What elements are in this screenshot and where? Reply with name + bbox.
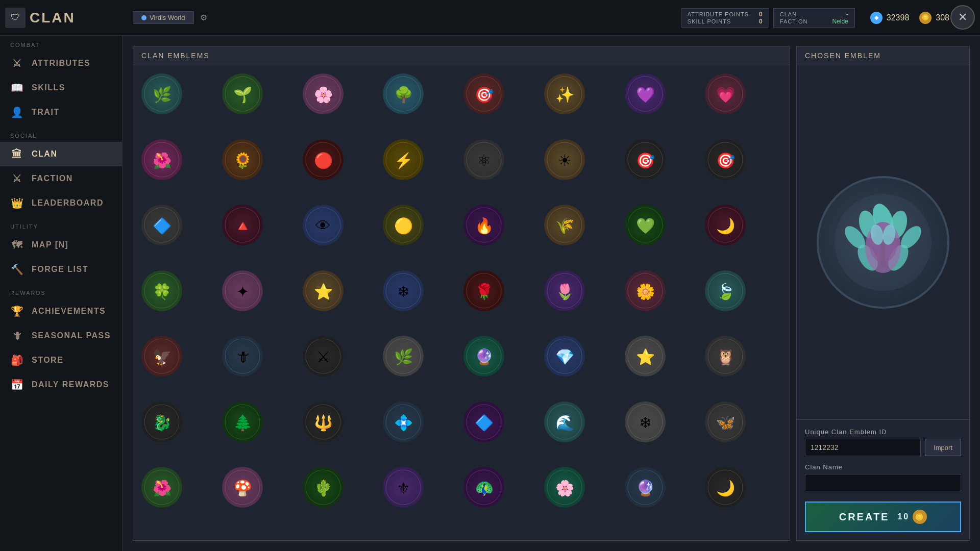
emblem-item-19[interactable]: 👁 — [303, 205, 344, 245]
emblem-item-9[interactable]: 🌺 — [141, 139, 182, 180]
emblem-item-40[interactable]: 🦉 — [705, 336, 746, 377]
svg-text:❄: ❄ — [639, 414, 651, 431]
sidebar-item-skills[interactable]: 📖 SKILLS — [0, 76, 122, 100]
emblem-item-48[interactable]: 🦋 — [705, 402, 746, 442]
clan-name-label: Clan Name — [805, 463, 961, 471]
emblem-item-54[interactable]: 🌸 — [544, 467, 585, 508]
emblem-item-21[interactable]: 🔥 — [463, 205, 504, 245]
emblem-item-47[interactable]: ❄ — [625, 402, 666, 442]
emblem-item-14[interactable]: ☀ — [544, 139, 585, 180]
emblem-item-39[interactable]: ⭐ — [625, 336, 666, 377]
emblem-item-22[interactable]: 🌾 — [544, 205, 585, 245]
emblem-item-10[interactable]: 🌻 — [222, 139, 263, 180]
emblem-item-6[interactable]: ✨ — [544, 73, 585, 114]
sidebar-item-achievements[interactable]: 🏆 ACHIEVEMENTS — [0, 299, 122, 323]
emblem-item-33[interactable]: 🦅 — [141, 336, 182, 377]
sidebar-item-clan[interactable]: 🏛 CLAN — [0, 142, 122, 166]
sidebar-item-daily-rewards[interactable]: 📅 DAILY REWARDS — [0, 372, 122, 397]
emblem-item-11[interactable]: 🔴 — [303, 139, 344, 180]
emblem-item-43[interactable]: 🔱 — [303, 402, 344, 442]
svg-text:🌷: 🌷 — [555, 283, 574, 301]
tab-virdis-world[interactable]: Virdis World — [133, 11, 194, 24]
emblem-item-25[interactable]: 🍀 — [141, 270, 182, 311]
map-icon: 🗺 — [10, 238, 24, 252]
emblem-item-12[interactable]: ⚡ — [383, 139, 424, 180]
emblem-item-4[interactable]: 🌳 — [383, 73, 424, 114]
sidebar-item-forgelist[interactable]: 🔨 FORGE LIST — [0, 257, 122, 282]
sidebar-item-faction[interactable]: ⚔ FACTION — [0, 166, 122, 191]
emblem-item-31[interactable]: 🌼 — [625, 270, 666, 311]
right-panel-info: Unique Clan Emblem ID Import Clan Name C… — [797, 419, 969, 540]
emblem-item-2[interactable]: 🌱 — [222, 73, 263, 114]
emblem-item-16[interactable]: 🎯 — [705, 139, 746, 180]
emblem-item-20[interactable]: 🟡 — [383, 205, 424, 245]
svg-text:⚜: ⚜ — [397, 480, 410, 496]
emblem-item-42[interactable]: 🌲 — [222, 402, 263, 442]
sidebar: COMBAT ⚔ ATTRIBUTES 📖 SKILLS 👤 TRAIT SOC… — [0, 36, 122, 551]
emblem-item-44[interactable]: 💠 — [383, 402, 424, 442]
emblem-item-46[interactable]: 🌊 — [544, 402, 585, 442]
achievements-label: ACHIEVEMENTS — [32, 307, 106, 316]
emblem-item-51[interactable]: 🌵 — [303, 467, 344, 508]
emblem-item-5[interactable]: 🎯 — [463, 73, 504, 114]
emblem-item-35[interactable]: ⚔ — [303, 336, 344, 377]
svg-text:🔺: 🔺 — [233, 217, 252, 235]
svg-text:🌙: 🌙 — [716, 217, 736, 235]
emblem-item-7[interactable]: 💜 — [625, 73, 666, 114]
create-button[interactable]: CREATE 10 🪙 — [805, 502, 961, 532]
emblem-item-45[interactable]: 🔷 — [463, 402, 504, 442]
create-label: CREATE — [839, 511, 890, 523]
emblem-item-3[interactable]: 🌸 — [303, 73, 344, 114]
svg-text:⭐: ⭐ — [313, 283, 333, 301]
emblem-item-49[interactable]: 🌺 — [141, 467, 182, 508]
svg-text:🔥: 🔥 — [475, 217, 494, 235]
emblem-item-30[interactable]: 🌷 — [544, 270, 585, 311]
sidebar-item-trait[interactable]: 👤 TRAIT — [0, 100, 122, 124]
emblem-item-52[interactable]: ⚜ — [383, 467, 424, 508]
svg-text:💎: 💎 — [555, 348, 574, 366]
emblem-item-23[interactable]: 💚 — [625, 205, 666, 245]
emblem-item-15[interactable]: 🎯 — [625, 139, 666, 180]
emblem-item-28[interactable]: ❄ — [383, 270, 424, 311]
emblem-item-26[interactable]: ✦ — [222, 270, 263, 311]
emblem-item-13[interactable]: ⚛ — [463, 139, 504, 180]
sidebar-item-leaderboard[interactable]: 👑 LEADERBOARD — [0, 191, 122, 215]
attributes-icon: ⚔ — [10, 56, 24, 70]
emblem-item-53[interactable]: 🦚 — [463, 467, 504, 508]
svg-text:💗: 💗 — [716, 86, 736, 104]
emblem-item-29[interactable]: 🌹 — [463, 270, 504, 311]
import-button[interactable]: Import — [925, 439, 961, 456]
seasonal-icon: 🗡 — [10, 329, 24, 343]
svg-text:☀: ☀ — [557, 152, 571, 169]
emblem-item-8[interactable]: 💗 — [705, 73, 746, 114]
emblem-item-17[interactable]: 🔷 — [141, 205, 182, 245]
emblem-item-55[interactable]: 🔮 — [625, 467, 666, 508]
emblem-item-41[interactable]: 🐉 — [141, 402, 182, 442]
sidebar-item-attributes[interactable]: ⚔ ATTRIBUTES — [0, 51, 122, 76]
emblem-item-56[interactable]: 🌙 — [705, 467, 746, 508]
emblem-item-34[interactable]: 🗡 — [222, 336, 263, 377]
emblems-panel: CLAN EMBLEMS 🌿 🌱 🌸 🌳 🎯 ✨ 💜 💗 🌺 🌻 🔴 ⚡ — [133, 46, 790, 541]
tab-dot — [141, 15, 146, 20]
emblem-item-27[interactable]: ⭐ — [303, 270, 344, 311]
emblem-id-input[interactable] — [805, 439, 921, 456]
emblem-item-32[interactable]: 🍃 — [705, 270, 746, 311]
settings-icon[interactable]: ⚙ — [196, 10, 211, 26]
sidebar-item-seasonal-pass[interactable]: 🗡 SEASONAL PASS — [0, 323, 122, 348]
emblem-item-24[interactable]: 🌙 — [705, 205, 746, 245]
sidebar-item-map[interactable]: 🗺 MAP [N] — [0, 233, 122, 257]
emblem-item-36[interactable]: 🌿 — [383, 336, 424, 377]
svg-text:👁: 👁 — [315, 217, 331, 234]
emblem-item-38[interactable]: 💎 — [544, 336, 585, 377]
emblems-grid: 🌿 🌱 🌸 🌳 🎯 ✨ 💜 💗 🌺 🌻 🔴 ⚡ ⚛ ☀ — [133, 65, 790, 537]
emblem-item-37[interactable]: 🔮 — [463, 336, 504, 377]
logo-icon: 🛡 — [5, 8, 26, 28]
clan-name-input[interactable] — [805, 474, 961, 491]
emblem-item-18[interactable]: 🔺 — [222, 205, 263, 245]
emblem-item-50[interactable]: 🍄 — [222, 467, 263, 508]
attribute-points-label: ATTRIBUTE POINTS — [688, 11, 749, 17]
emblem-item-1[interactable]: 🌿 — [141, 73, 182, 114]
sidebar-item-store[interactable]: 🎒 STORE — [0, 348, 122, 372]
close-button[interactable]: ✕ — [950, 5, 975, 30]
sidebar-section-combat: COMBAT ⚔ ATTRIBUTES 📖 SKILLS 👤 TRAIT — [0, 36, 122, 127]
